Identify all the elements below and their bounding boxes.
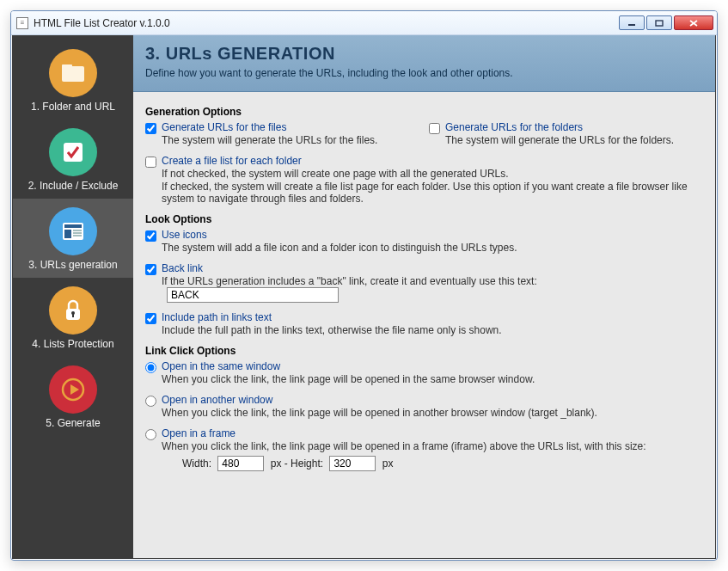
radio-open-frame[interactable] — [145, 429, 156, 440]
section-generation-options: Generation Options — [145, 106, 703, 118]
content-pane: 3. URLs GENERATION Define how you want t… — [133, 35, 715, 558]
input-frame-width[interactable] — [217, 456, 264, 471]
titlebar[interactable]: ≡ HTML File List Creator v.1.0.0 — [11, 11, 717, 35]
sidebar-item-urls-generation[interactable]: 3. URLs generation — [13, 199, 133, 278]
desc-use-icons: The system will add a file icon and a fo… — [162, 242, 703, 254]
sidebar-item-folder-url[interactable]: 1. Folder and URL — [13, 40, 133, 120]
desc-open-other: When you click the link, the link page w… — [162, 407, 703, 419]
lock-icon — [49, 286, 97, 335]
label-px: px — [382, 457, 394, 470]
label-open-same: Open in the same window — [162, 360, 703, 372]
app-window: ≡ HTML File List Creator v.1.0.0 1. Fold… — [10, 10, 718, 561]
sidebar-item-include-exclude[interactable]: 2. Include / Exclude — [13, 120, 133, 199]
window-title: HTML File List Creator v.1.0.0 — [34, 17, 619, 29]
page-body: Generation Options Generate URLs for the… — [133, 92, 715, 558]
desc-per-folder-1: If not checked, the system will create o… — [162, 168, 703, 180]
desc-include-path: Include the full path in the links text,… — [162, 324, 703, 336]
page-subtitle: Define how you want to generate the URLs… — [145, 67, 703, 79]
input-back-text[interactable] — [167, 287, 339, 303]
label-use-icons: Use icons — [162, 229, 703, 241]
sidebar-item-lists-protection[interactable]: 4. Lists Protection — [13, 278, 133, 357]
svg-marker-17 — [70, 384, 79, 395]
label-per-folder: Create a file list for each folder — [162, 155, 703, 167]
sidebar-item-generate[interactable]: 5. Generate — [13, 357, 133, 436]
checkbox-back-link[interactable] — [145, 264, 156, 275]
desc-generate-files: The system will generate the URLs for th… — [162, 134, 395, 146]
svg-rect-5 — [62, 64, 72, 70]
checkbox-include-path[interactable] — [145, 313, 156, 324]
page-header: 3. URLs GENERATION Define how you want t… — [133, 35, 715, 92]
close-button[interactable] — [674, 15, 713, 30]
label-back-link: Back link — [162, 262, 703, 274]
section-look-options: Look Options — [145, 213, 703, 225]
minimize-button[interactable] — [619, 15, 645, 30]
svg-rect-9 — [64, 230, 71, 238]
sidebar-item-label: 4. Lists Protection — [16, 338, 130, 350]
sidebar-item-label: 1. Folder and URL — [16, 101, 130, 113]
svg-rect-8 — [64, 224, 82, 228]
app-icon: ≡ — [16, 17, 28, 29]
radio-open-same[interactable] — [145, 362, 156, 373]
label-generate-files: Generate URLs for the files — [162, 121, 395, 133]
label-open-frame: Open in a frame — [162, 427, 703, 439]
desc-generate-folders: The system will generate the URLs for th… — [445, 134, 674, 146]
svg-rect-1 — [656, 21, 663, 26]
label-open-other: Open in another window — [162, 394, 703, 406]
radio-open-other[interactable] — [145, 396, 156, 407]
checkbox-generate-folders[interactable] — [429, 123, 440, 134]
folder-icon — [49, 49, 97, 97]
client-area: 1. Folder and URL 2. Include / Exclude 3… — [12, 35, 716, 559]
sidebar-item-label: 3. URLs generation — [16, 259, 130, 271]
sidebar-item-label: 2. Include / Exclude — [16, 180, 130, 192]
label-generate-folders: Generate URLs for the folders — [445, 121, 674, 133]
checkbox-per-folder[interactable] — [145, 157, 156, 168]
input-frame-height[interactable] — [329, 456, 376, 471]
label-include-path: Include path in links text — [162, 311, 703, 323]
checkbox-use-icons[interactable] — [145, 230, 156, 242]
checkbox-generate-files[interactable] — [145, 123, 156, 134]
play-icon — [49, 365, 97, 414]
page-title: 3. URLs GENERATION — [145, 44, 703, 64]
maximize-button[interactable] — [646, 15, 672, 30]
label-width: Width: — [182, 457, 211, 470]
section-link-click-options: Link Click Options — [145, 345, 703, 357]
checkbox-icon — [49, 128, 97, 176]
desc-open-frame: When you click the link, the link page w… — [162, 440, 703, 452]
label-px-height: px - Height: — [271, 457, 323, 470]
desc-open-same: When you click the link, the link page w… — [162, 373, 703, 385]
desc-per-folder-2: If checked, the system will create a fil… — [162, 181, 703, 205]
wizard-sidebar: 1. Folder and URL 2. Include / Exclude 3… — [13, 35, 133, 558]
desc-back-link: If the URLs generation includes a "back"… — [162, 275, 703, 303]
sidebar-item-label: 5. Generate — [16, 417, 130, 429]
svg-rect-15 — [72, 314, 74, 317]
frame-size-row: Width: px - Height: px — [179, 456, 703, 471]
page-icon — [49, 207, 97, 255]
